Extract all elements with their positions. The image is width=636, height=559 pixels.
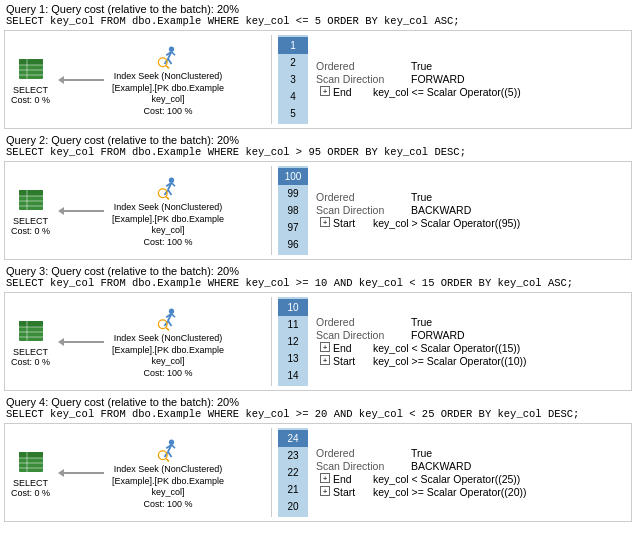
plan-right-1: 12345OrderedTrueScan DirectionFORWARD+En…	[278, 35, 631, 124]
query-header-4: Query 4: Query cost (relative to the bat…	[0, 393, 636, 421]
seek-node-2: Index Seek (NonClustered)[Example].[PK d…	[108, 174, 228, 247]
number-cell-2-2: 98	[278, 202, 308, 219]
props-col-1: OrderedTrueScan DirectionFORWARD+Endkey_…	[308, 35, 631, 124]
query-plan-4: SELECTCost: 0 % Index Seek (NonClustered…	[4, 423, 632, 522]
prop-key-1-0: Ordered	[316, 60, 411, 72]
number-cell-1-2: 3	[278, 71, 308, 88]
prop-sub-value-4-2: key_col < Scalar Operator((25))	[373, 473, 520, 485]
prop-icon-4-3: +	[320, 486, 330, 496]
svg-line-38	[172, 314, 176, 318]
seek-detail-3: [Example].[PK dbo.Example key_col]	[108, 345, 228, 368]
svg-point-20	[169, 177, 174, 182]
prop-sub-value-3-2: key_col < Scalar Operator((15))	[373, 342, 520, 354]
select-cost-2: Cost: 0 %	[11, 226, 50, 236]
arrow-3	[54, 338, 108, 346]
prop-key-3-0: Ordered	[316, 316, 411, 328]
prop-key-4-1: Scan Direction	[316, 460, 411, 472]
seek-detail-2: [Example].[PK dbo.Example key_col]	[108, 214, 228, 237]
plan-left-1: SELECTCost: 0 % Index Seek (NonClustered…	[5, 35, 265, 124]
prop-row-2-0: OrderedTrue	[316, 191, 623, 203]
prop-sub-value-4-3: key_col >= Scalar Operator((20))	[373, 486, 526, 498]
svg-line-9	[168, 59, 172, 64]
svg-line-10	[172, 52, 176, 56]
number-cell-3-2: 12	[278, 333, 308, 350]
plan-left-3: SELECTCost: 0 % Index Seek (NonClustered…	[5, 297, 265, 386]
plan-divider-1	[271, 35, 272, 124]
prop-icon-1-2: +	[320, 86, 330, 96]
arrow-1	[54, 76, 108, 84]
number-cell-3-3: 13	[278, 350, 308, 367]
plan-divider-3	[271, 297, 272, 386]
svg-line-55	[166, 459, 169, 462]
svg-line-41	[166, 328, 169, 331]
plan-right-4: 2423222120OrderedTrueScan DirectionBACKW…	[278, 428, 631, 517]
numbers-col-1: 12345	[278, 35, 308, 124]
seek-icon-3	[154, 305, 182, 333]
prop-key-1-1: Scan Direction	[316, 73, 411, 85]
number-cell-4-1: 23	[278, 447, 308, 464]
select-cost-4: Cost: 0 %	[11, 488, 50, 498]
prop-sub-row-4-2: +Endkey_col < Scalar Operator((25))	[316, 473, 623, 485]
svg-rect-15	[19, 190, 43, 196]
seek-icon-1	[154, 43, 182, 71]
prop-row-4-1: Scan DirectionBACKWARD	[316, 460, 623, 472]
select-label-4: SELECT	[13, 478, 48, 488]
number-cell-3-0: 10	[278, 299, 308, 316]
svg-line-37	[168, 321, 172, 326]
query-title-1: Query 1: Query cost (relative to the bat…	[6, 3, 630, 15]
prop-sub-row-2-2: +Startkey_col > Scalar Operator((95))	[316, 217, 623, 229]
prop-row-1-0: OrderedTrue	[316, 60, 623, 72]
numbers-col-4: 2423222120	[278, 428, 308, 517]
prop-sub-key-2-2: Start	[333, 217, 373, 229]
query-block-3: Query 3: Query cost (relative to the bat…	[0, 262, 636, 391]
number-cell-4-3: 21	[278, 481, 308, 498]
table-icon-4	[17, 448, 45, 478]
prop-key-2-0: Ordered	[316, 191, 411, 203]
query-title-4: Query 4: Query cost (relative to the bat…	[6, 396, 630, 408]
query-header-1: Query 1: Query cost (relative to the bat…	[0, 0, 636, 28]
prop-key-2-1: Scan Direction	[316, 204, 411, 216]
query-block-2: Query 2: Query cost (relative to the bat…	[0, 131, 636, 260]
seek-node-3: Index Seek (NonClustered)[Example].[PK d…	[108, 305, 228, 378]
prop-row-2-1: Scan DirectionBACKWARD	[316, 204, 623, 216]
arrow-shaft	[64, 210, 104, 212]
select-label-2: SELECT	[13, 216, 48, 226]
query-header-3: Query 3: Query cost (relative to the bat…	[0, 262, 636, 290]
prop-sub-row-4-3: +Startkey_col >= Scalar Operator((20))	[316, 486, 623, 498]
plan-right-2: 10099989796OrderedTrueScan DirectionBACK…	[278, 166, 631, 255]
number-cell-1-0: 1	[278, 37, 308, 54]
prop-value-1-1: FORWARD	[411, 73, 465, 85]
number-cell-1-4: 5	[278, 105, 308, 122]
props-col-4: OrderedTrueScan DirectionBACKWARD+Endkey…	[308, 428, 631, 517]
prop-value-3-0: True	[411, 316, 432, 328]
seek-cost-4: Cost: 100 %	[144, 499, 193, 509]
select-label-1: SELECT	[13, 85, 48, 95]
prop-key-3-1: Scan Direction	[316, 329, 411, 341]
prop-sub-key-4-3: Start	[333, 486, 373, 498]
seek-cost-2: Cost: 100 %	[144, 237, 193, 247]
prop-sub-key-4-2: End	[333, 473, 373, 485]
prop-value-4-1: BACKWARD	[411, 460, 471, 472]
arrow-shaft	[64, 472, 104, 474]
svg-line-52	[172, 445, 176, 449]
svg-rect-43	[19, 452, 43, 458]
select-label-3: SELECT	[13, 347, 48, 357]
select-cost-3: Cost: 0 %	[11, 357, 50, 367]
numbers-col-2: 10099989796	[278, 166, 308, 255]
prop-sub-value-3-3: key_col >= Scalar Operator((10))	[373, 355, 526, 367]
props-col-2: OrderedTrueScan DirectionBACKWARD+Startk…	[308, 166, 631, 255]
prop-row-1-1: Scan DirectionFORWARD	[316, 73, 623, 85]
query-plan-1: SELECTCost: 0 % Index Seek (NonClustered…	[4, 30, 632, 129]
svg-point-48	[169, 439, 174, 444]
table-icon-3	[17, 317, 45, 347]
query-sql-2: SELECT key_col FROM dbo.Example WHERE ke…	[6, 146, 630, 158]
number-cell-4-0: 24	[278, 430, 308, 447]
number-cell-1-1: 2	[278, 54, 308, 71]
svg-point-6	[169, 46, 174, 51]
prop-value-3-1: FORWARD	[411, 329, 465, 341]
svg-line-51	[168, 452, 172, 457]
prop-sub-key-3-3: Start	[333, 355, 373, 367]
plan-left-4: SELECTCost: 0 % Index Seek (NonClustered…	[5, 428, 265, 517]
prop-value-1-0: True	[411, 60, 432, 72]
svg-line-24	[172, 183, 176, 187]
